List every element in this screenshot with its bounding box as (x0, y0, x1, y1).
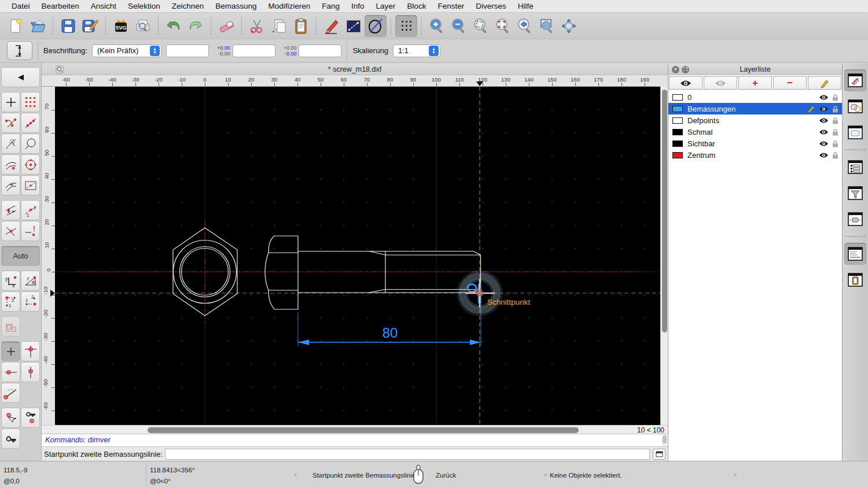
snap-intersection-button[interactable] (1, 221, 20, 241)
selection-list-panel-button[interactable] (844, 156, 866, 178)
zoom-auto-button[interactable] (470, 15, 492, 37)
prefix-select[interactable]: (Kein Präfix) ▲▼ (92, 45, 161, 57)
svg-export-button[interactable]: SVG (110, 15, 132, 37)
restrict-horizontal-button[interactable] (1, 362, 20, 382)
snap-distance-button[interactable]: 12 (21, 200, 40, 220)
snap-intersection-manual-button[interactable]: ! (21, 221, 40, 241)
layer-row-zentrum[interactable]: Zentrum (668, 149, 842, 161)
back-button[interactable] (1, 67, 40, 87)
layer-color-swatch[interactable] (672, 141, 683, 147)
clipboard-panel-button[interactable] (844, 269, 866, 291)
restrict-polyline-button[interactable] (1, 316, 20, 337)
vertical-scrollbar-thumb[interactable] (662, 90, 667, 332)
menu-fang[interactable]: Fang (316, 0, 345, 13)
draw-tool-button[interactable] (321, 15, 343, 37)
restrict-vertical-button[interactable] (21, 362, 40, 382)
snap-reference-button[interactable] (21, 175, 40, 195)
zoom-out-button[interactable] (448, 15, 470, 37)
ellipse-tool-button[interactable] (365, 15, 387, 37)
lock-zero-button[interactable] (1, 428, 20, 449)
add-layer-button[interactable]: + (738, 76, 772, 90)
save-as-button[interactable] (79, 15, 101, 37)
laser-pointer-panel-button[interactable] (844, 208, 866, 230)
layer-lock-icon[interactable] (832, 117, 838, 124)
restrict-angle-button[interactable] (1, 383, 20, 403)
layer-color-swatch[interactable] (672, 106, 683, 112)
layer-color-swatch[interactable] (672, 94, 683, 101)
coordinate-relative-button[interactable]: 12 (1, 291, 20, 312)
snap-middle-button[interactable] (1, 175, 20, 195)
zoom-pan-button[interactable] (558, 15, 580, 37)
coordinate-cartesian-button[interactable]: yx (1, 271, 20, 291)
snap-auto-button[interactable] (21, 134, 40, 154)
command-history-scrollbar[interactable] (662, 435, 667, 446)
layer-row-schmal[interactable]: Schmal (668, 126, 842, 138)
zoom-previous-button[interactable] (492, 15, 514, 37)
command-input[interactable] (165, 449, 650, 460)
restrict-orthogonal-button[interactable] (21, 341, 40, 361)
open-file-button[interactable] (27, 15, 49, 37)
layer-color-swatch[interactable] (672, 117, 683, 124)
delete-button[interactable] (215, 15, 237, 37)
layer-row-sichtbar[interactable]: Sichtbar (668, 138, 842, 149)
copy-button[interactable]: + (268, 15, 290, 37)
lock-relative-zero-button[interactable] (21, 408, 40, 428)
snap-parallel-button[interactable] (1, 200, 20, 220)
layer-color-swatch[interactable] (672, 129, 683, 135)
layer-lock-icon[interactable] (832, 94, 838, 101)
property-editor-panel-button[interactable] (844, 121, 866, 143)
edit-layer-button[interactable] (808, 76, 841, 90)
snap-tangent-button[interactable] (1, 154, 20, 175)
layer-list-panel-button[interactable] (844, 69, 866, 91)
panel-detach-button[interactable]: ❐ (682, 66, 689, 73)
horizontal-scrollbar[interactable]: 10 < 100 (42, 425, 668, 434)
menu-layer[interactable]: Layer (370, 0, 402, 13)
snap-perpendicular-button[interactable] (1, 134, 20, 154)
command-expand-button[interactable] (653, 449, 665, 460)
redo-button[interactable] (185, 15, 207, 37)
layer-visibility-icon[interactable] (819, 141, 829, 147)
menu-diverses[interactable]: Diverses (470, 0, 512, 13)
zoom-back-button[interactable] (514, 15, 536, 37)
upper-tolerance-input[interactable] (233, 45, 275, 57)
undo-button[interactable] (163, 15, 185, 37)
hide-all-layers-button[interactable] (704, 76, 737, 90)
layer-row-bemassungen[interactable]: Bemassungen (668, 103, 842, 114)
snap-on-entity-button[interactable] (21, 113, 40, 133)
cut-button[interactable]: + (246, 15, 268, 37)
layer-lock-icon[interactable] (832, 151, 838, 159)
coordinate-absolute-button[interactable]: 12 (21, 291, 40, 312)
layer-visibility-icon[interactable] (819, 117, 829, 124)
layer-row-defpoints[interactable]: Defpoints (668, 114, 842, 126)
lower-tolerance-input[interactable] (299, 45, 341, 57)
snap-auto-toggle[interactable]: Auto (1, 246, 40, 266)
dimension-text-input[interactable] (166, 45, 209, 57)
snap-center-button[interactable] (21, 154, 40, 175)
selection-filter-panel-button[interactable] (844, 182, 866, 204)
layer-color-swatch[interactable] (672, 152, 683, 158)
grid-toggle-button[interactable] (395, 15, 417, 37)
layer-visibility-icon[interactable] (819, 94, 829, 101)
line-tool-button[interactable] (343, 15, 365, 37)
print-preview-button[interactable] (132, 15, 154, 37)
layer-visibility-icon[interactable] (819, 152, 829, 158)
restrict-off-button[interactable] (1, 341, 20, 361)
menu-zeichnen[interactable]: Zeichnen (166, 0, 210, 13)
layer-row-0[interactable]: 0 (668, 91, 842, 103)
new-file-button[interactable] (5, 15, 27, 37)
command-line-panel-button[interactable] (844, 243, 866, 265)
menu-modifizieren[interactable]: Modifizieren (263, 0, 317, 13)
snap-free-button[interactable] (1, 92, 20, 112)
snap-endpoints-button[interactable] (1, 113, 20, 133)
menu-datei[interactable]: Datei (6, 0, 36, 13)
drawing-canvas[interactable]: 80 Schnittpunkt (55, 87, 660, 425)
panel-close-button[interactable]: ✕ (672, 66, 679, 73)
dimension-vertical-tool-button[interactable] (7, 41, 32, 60)
layer-lock-icon[interactable] (832, 128, 838, 136)
paste-button[interactable] (290, 15, 312, 37)
menu-info[interactable]: Info (345, 0, 370, 13)
zoom-in-button[interactable] (426, 15, 448, 37)
menu-block[interactable]: Block (401, 0, 432, 13)
layer-lock-icon[interactable] (832, 140, 838, 147)
show-all-layers-button[interactable] (669, 76, 703, 90)
